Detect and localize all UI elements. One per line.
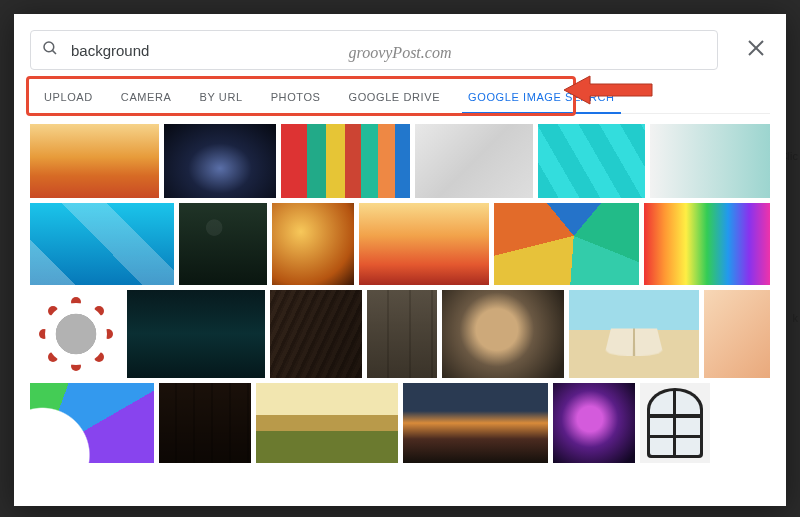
result-teal-triangles[interactable] (538, 124, 645, 198)
results-row-3 (30, 290, 770, 378)
result-arched-window[interactable] (640, 383, 710, 463)
tab-google-drive[interactable]: GOOGLE DRIVE (335, 80, 455, 113)
result-orange-sunset[interactable] (359, 203, 489, 285)
tab-upload[interactable]: UPLOAD (30, 80, 107, 113)
result-covid-virus[interactable] (30, 290, 122, 378)
result-rainbow-arc[interactable] (30, 383, 154, 463)
result-peach-soft[interactable] (704, 290, 770, 378)
search-field-wrap[interactable] (30, 30, 718, 70)
result-grey-soft[interactable] (415, 124, 532, 198)
result-rainbow-stripes[interactable] (644, 203, 770, 285)
search-icon (41, 39, 59, 61)
dialog-header (14, 14, 786, 70)
result-amber-glow[interactable] (272, 203, 354, 285)
tab-label: GOOGLE DRIVE (349, 91, 441, 103)
results-row-4 (30, 383, 770, 463)
result-blue-rays[interactable] (30, 203, 174, 285)
image-results-grid (14, 114, 786, 506)
result-bokeh-blur[interactable] (442, 290, 564, 378)
tab-label: BY URL (200, 91, 243, 103)
peek-text-2: k (793, 312, 799, 324)
results-row-2 (30, 203, 770, 285)
tab-label: GOOGLE IMAGE SEARCH (468, 91, 614, 103)
result-teal-gradient[interactable] (650, 124, 770, 198)
svg-point-0 (44, 42, 54, 52)
result-dark-matrix[interactable] (127, 290, 265, 378)
result-wheat-field[interactable] (256, 383, 398, 463)
search-input[interactable] (71, 42, 707, 59)
results-row-1 (30, 124, 770, 198)
result-open-book[interactable] (569, 290, 699, 378)
tab-by-url[interactable]: BY URL (186, 80, 257, 113)
insert-image-dialog: groovyPost.com UPLOADCAMERABY URLPHOTOSG… (14, 14, 786, 506)
result-grey-planks[interactable] (367, 290, 437, 378)
result-purple-cosmos[interactable] (553, 383, 635, 463)
tabs-container: UPLOADCAMERABY URLPHOTOSGOOGLE DRIVEGOOG… (30, 80, 770, 114)
tabs-row: UPLOADCAMERABY URLPHOTOSGOOGLE DRIVEGOOG… (30, 80, 770, 114)
result-dark-wood-planks[interactable] (159, 383, 251, 463)
result-dark-floral[interactable] (179, 203, 267, 285)
result-wood-diagonal[interactable] (270, 290, 362, 378)
close-icon (747, 37, 765, 63)
tab-label: PHOTOS (271, 91, 321, 103)
result-dusk-mountains[interactable] (403, 383, 548, 463)
tab-google-image-search[interactable]: GOOGLE IMAGE SEARCH (454, 80, 628, 113)
tab-camera[interactable]: CAMERA (107, 80, 186, 113)
result-rainbow-lowpoly[interactable] (494, 203, 639, 285)
result-galaxy-night-sky[interactable] (164, 124, 276, 198)
tab-label: UPLOAD (44, 91, 93, 103)
svg-line-1 (52, 50, 56, 54)
tab-photos[interactable]: PHOTOS (257, 80, 335, 113)
result-colorful-squares[interactable] (281, 124, 410, 198)
tab-label: CAMERA (121, 91, 172, 103)
close-button[interactable] (742, 36, 770, 64)
result-orange-clouds[interactable] (30, 124, 159, 198)
